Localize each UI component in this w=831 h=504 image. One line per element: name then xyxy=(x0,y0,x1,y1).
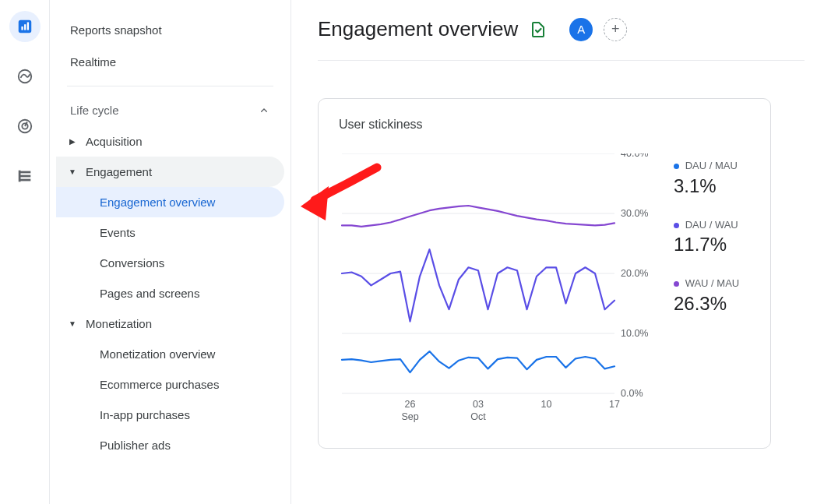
page-header: Engagement overview A + xyxy=(318,0,805,61)
nav-realtime[interactable]: Realtime xyxy=(56,46,284,78)
caret-down-icon: ▼ xyxy=(67,167,78,176)
tree-monetization[interactable]: ▼ Monetization xyxy=(56,308,284,339)
legend-name: DAU / MAU xyxy=(685,160,738,171)
sidebar-nav: Reports snapshot Realtime Life cycle ▶ A… xyxy=(50,0,291,504)
svg-text:26: 26 xyxy=(405,399,416,410)
legend-dot xyxy=(674,281,679,287)
nav-divider xyxy=(67,86,273,86)
page-title: Engagement overview xyxy=(318,17,518,41)
svg-rect-8 xyxy=(19,175,30,178)
stickiness-card: User stickiness 40.0%30.0%20.0%10.0%0.0%… xyxy=(318,98,771,449)
svg-text:40.0%: 40.0% xyxy=(621,153,648,159)
legend-item-2[interactable]: WAU / MAU 26.3% xyxy=(674,277,739,315)
svg-rect-7 xyxy=(19,171,30,174)
chart: 40.0%30.0%20.0%10.0%0.0%26Sep03Oct1017 xyxy=(339,153,658,434)
rail-reports-icon[interactable] xyxy=(9,11,40,42)
svg-text:30.0%: 30.0% xyxy=(621,208,648,219)
nav-reports-snapshot[interactable]: Reports snapshot xyxy=(56,14,284,46)
sub-pages-screens[interactable]: Pages and screens xyxy=(56,278,284,308)
chart-legend: DAU / MAU 3.1% DAU / WAU 11.7% WAU / MAU… xyxy=(674,153,739,434)
chevron-up-icon xyxy=(258,104,270,117)
svg-rect-2 xyxy=(24,24,26,30)
caret-right-icon: ▶ xyxy=(67,137,78,146)
sub-engagement-overview[interactable]: Engagement overview xyxy=(56,187,284,217)
tree-label: Acquisition xyxy=(86,135,143,148)
svg-rect-3 xyxy=(26,23,28,30)
svg-rect-10 xyxy=(18,171,20,182)
legend-name: DAU / WAU xyxy=(685,219,738,231)
legend-value: 26.3% xyxy=(674,293,739,315)
sub-conversions[interactable]: Conversions xyxy=(56,248,284,278)
legend-dot xyxy=(674,164,679,169)
legend-dot xyxy=(674,223,679,228)
rail-configure-icon[interactable] xyxy=(9,160,40,192)
svg-rect-1 xyxy=(21,26,23,30)
sub-ecommerce[interactable]: Ecommerce purchases xyxy=(56,369,284,400)
legend-value: 11.7% xyxy=(674,234,739,256)
main-content: Engagement overview A + User stickiness … xyxy=(291,0,831,504)
svg-text:03: 03 xyxy=(473,399,484,410)
tree-engagement[interactable]: ▼ Engagement xyxy=(56,157,284,187)
tree-label: Engagement xyxy=(86,165,152,178)
plus-icon: + xyxy=(611,21,620,37)
verified-icon xyxy=(529,20,548,39)
sub-events[interactable]: Events xyxy=(56,217,284,248)
section-life-cycle[interactable]: Life cycle xyxy=(56,94,284,126)
rail-explore-icon[interactable] xyxy=(9,61,40,92)
app-root: Reports snapshot Realtime Life cycle ▶ A… xyxy=(0,0,831,504)
svg-text:20.0%: 20.0% xyxy=(621,268,648,279)
rail-advertising-icon[interactable] xyxy=(9,111,40,142)
sub-inapp[interactable]: In-app purchases xyxy=(56,400,284,430)
legend-item-1[interactable]: DAU / WAU 11.7% xyxy=(674,219,739,256)
tree-label: Monetization xyxy=(86,317,152,330)
legend-item-0[interactable]: DAU / MAU 3.1% xyxy=(674,160,739,197)
card-title: User stickiness xyxy=(339,118,750,132)
legend-name: WAU / MAU xyxy=(685,277,740,289)
sub-publisher[interactable]: Publisher ads xyxy=(56,430,284,460)
svg-text:10.0%: 10.0% xyxy=(621,328,648,339)
tree-acquisition[interactable]: ▶ Acquisition xyxy=(56,126,284,157)
section-label: Life cycle xyxy=(70,104,119,117)
svg-text:10: 10 xyxy=(541,399,552,410)
svg-text:Oct: Oct xyxy=(470,411,486,422)
add-button[interactable]: + xyxy=(604,18,627,41)
svg-text:Sep: Sep xyxy=(401,411,418,422)
icon-rail xyxy=(0,0,50,504)
svg-text:17: 17 xyxy=(609,399,620,410)
caret-down-icon: ▼ xyxy=(67,319,78,328)
sub-monetization-overview[interactable]: Monetization overview xyxy=(56,339,284,369)
legend-value: 3.1% xyxy=(674,175,739,197)
svg-rect-9 xyxy=(19,179,30,182)
avatar[interactable]: A xyxy=(569,18,593,41)
svg-text:0.0%: 0.0% xyxy=(621,388,643,399)
